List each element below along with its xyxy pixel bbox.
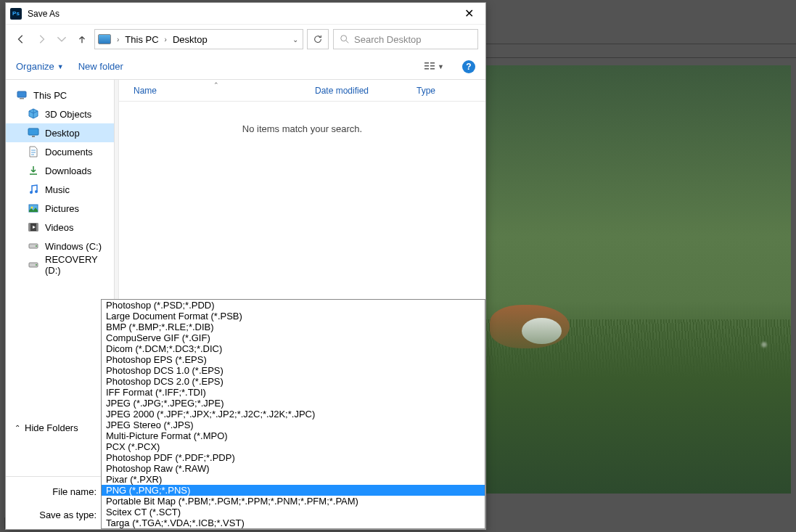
search-placeholder: Search Desktop	[354, 34, 422, 45]
music-icon	[28, 184, 39, 195]
column-type[interactable]: Type	[417, 86, 485, 96]
desktop-icon	[28, 127, 39, 139]
svg-point-0	[341, 36, 347, 41]
column-headers[interactable]: ⌃ Name Date modified Type	[119, 80, 485, 102]
svg-point-19	[36, 245, 37, 247]
sidebar-item-desktop[interactable]: Desktop	[6, 123, 114, 142]
svg-rect-1	[424, 62, 429, 64]
address-bar[interactable]: › This PC › Desktop ⌄	[94, 29, 303, 49]
sidebar-item-downloads[interactable]: Downloads	[6, 161, 114, 180]
svg-point-12	[35, 190, 38, 193]
svg-rect-2	[424, 65, 429, 67]
toolbar: Organize▼ New folder ▼ ?	[6, 54, 485, 80]
type-option[interactable]: Multi-Picture Format (*.MPO)	[102, 430, 485, 441]
filename-label: File name:	[15, 486, 97, 497]
help-button[interactable]: ?	[462, 60, 475, 73]
address-dropdown[interactable]: ⌄	[291, 36, 300, 44]
breadcrumb-folder[interactable]: Desktop	[173, 34, 208, 45]
svg-rect-17	[36, 224, 38, 231]
svg-rect-9	[28, 128, 38, 135]
type-option[interactable]: PCX (*.PCX)	[102, 441, 485, 452]
nav-up-button[interactable]	[74, 31, 90, 47]
chevron-right-icon: ›	[163, 36, 168, 44]
svg-rect-3	[424, 68, 429, 70]
sidebar-item-windows-c-[interactable]: Windows (C:)	[6, 237, 114, 255]
type-option[interactable]: Photoshop EPS (*.EPS)	[102, 354, 485, 365]
dialog-title: Save As	[28, 9, 459, 19]
organize-menu[interactable]: Organize▼	[16, 61, 64, 72]
sidebar-item-documents[interactable]: Documents	[6, 142, 114, 161]
nav-back-button[interactable]	[13, 31, 29, 47]
nav-recent-dropdown[interactable]	[54, 31, 70, 47]
type-option[interactable]: Photoshop Raw (*.RAW)	[102, 463, 485, 474]
column-date[interactable]: Date modified	[315, 86, 417, 96]
downloads-icon	[28, 165, 39, 176]
3d-icon	[28, 108, 39, 120]
type-option[interactable]: Photoshop (*.PSD;*.PDD)	[102, 300, 485, 311]
sort-indicator-icon: ⌃	[213, 81, 219, 89]
type-option[interactable]: JPEG Stereo (*.JPS)	[102, 420, 485, 430]
search-icon	[340, 34, 350, 44]
sidebar-item-pictures[interactable]: Pictures	[6, 199, 114, 218]
nav-forward-button[interactable]	[33, 31, 49, 47]
svg-rect-8	[20, 98, 24, 99]
chevron-up-icon: ⌃	[15, 424, 20, 432]
type-option[interactable]: IFF Format (*.IFF;*.TDI)	[102, 387, 485, 398]
svg-rect-4	[430, 62, 435, 64]
type-option[interactable]: BMP (*.BMP;*.RLE;*.DIB)	[102, 322, 485, 332]
close-button[interactable]: ✕	[459, 7, 480, 20]
type-option[interactable]: JPEG 2000 (*.JPF;*.JPX;*.JP2;*.J2C;*.J2K…	[102, 409, 485, 420]
pc-icon	[16, 89, 28, 101]
sidebar-item-this-pc[interactable]: This PC	[6, 86, 114, 105]
search-input[interactable]: Search Desktop	[333, 29, 478, 49]
type-option[interactable]: Dicom (*.DCM;*.DC3;*.DIC)	[102, 343, 485, 354]
svg-rect-16	[29, 224, 30, 231]
svg-rect-7	[17, 91, 26, 97]
type-option[interactable]: Large Document Format (*.PSB)	[102, 311, 485, 322]
svg-rect-10	[32, 136, 35, 137]
videos-icon	[28, 221, 39, 233]
sidebar-item-recovery-d-[interactable]: RECOVERY (D:)	[6, 255, 114, 274]
pc-icon	[98, 34, 111, 44]
svg-rect-6	[430, 68, 435, 70]
empty-message: No items match your search.	[119, 102, 485, 134]
type-option[interactable]: Portable Bit Map (*.PBM;*.PGM;*.PPM;*.PN…	[102, 496, 485, 507]
canvas-image	[486, 65, 791, 494]
sidebar-item-music[interactable]: Music	[6, 180, 114, 199]
sidebar-item-videos[interactable]: Videos	[6, 218, 114, 237]
type-option[interactable]: Photoshop DCS 2.0 (*.EPS)	[102, 376, 485, 387]
type-option[interactable]: Pixar (*.PXR)	[102, 474, 485, 485]
view-options-button[interactable]: ▼	[420, 59, 448, 75]
type-option[interactable]: Photoshop PDF (*.PDF;*.PDP)	[102, 452, 485, 463]
saveastype-label: Save as type:	[15, 510, 97, 520]
drive-icon	[28, 259, 39, 271]
svg-rect-5	[430, 65, 435, 67]
photoshop-icon: Ps	[10, 8, 22, 20]
type-option[interactable]: Targa (*.TGA;*.VDA;*.ICB;*.VST)	[102, 517, 485, 528]
sidebar: This PC3D ObjectsDesktopDocumentsDownloa…	[6, 80, 115, 476]
docs-icon	[28, 146, 39, 157]
save-as-dialog: Ps Save As ✕ › This PC › Desktop ⌄ Searc…	[5, 2, 486, 530]
type-option[interactable]: CompuServe GIF (*.GIF)	[102, 332, 485, 343]
column-name[interactable]: Name	[134, 86, 315, 96]
svg-point-14	[31, 207, 33, 209]
type-option[interactable]: PNG (*.PNG;*.PNS)	[102, 485, 485, 496]
svg-point-11	[30, 191, 33, 194]
type-option[interactable]: Scitex CT (*.SCT)	[102, 507, 485, 517]
chevron-right-icon: ›	[115, 36, 120, 44]
sidebar-item-3d-objects[interactable]: 3D Objects	[6, 105, 114, 123]
titlebar: Ps Save As ✕	[6, 3, 485, 25]
svg-point-21	[36, 264, 37, 266]
breadcrumb-root[interactable]: This PC	[125, 34, 158, 45]
saveastype-dropdown[interactable]: Photoshop (*.PSD;*.PDD)Large Document Fo…	[101, 299, 485, 529]
refresh-button[interactable]	[307, 29, 329, 49]
navigation-row: › This PC › Desktop ⌄ Search Desktop	[6, 25, 485, 54]
hide-folders-button[interactable]: ⌃ Hide Folders	[15, 422, 78, 433]
pictures-icon	[28, 202, 39, 214]
drive-icon	[28, 240, 39, 252]
new-folder-button[interactable]: New folder	[78, 61, 123, 72]
type-option[interactable]: Photoshop DCS 1.0 (*.EPS)	[102, 365, 485, 376]
type-option[interactable]: JPEG (*.JPG;*.JPEG;*.JPE)	[102, 398, 485, 409]
